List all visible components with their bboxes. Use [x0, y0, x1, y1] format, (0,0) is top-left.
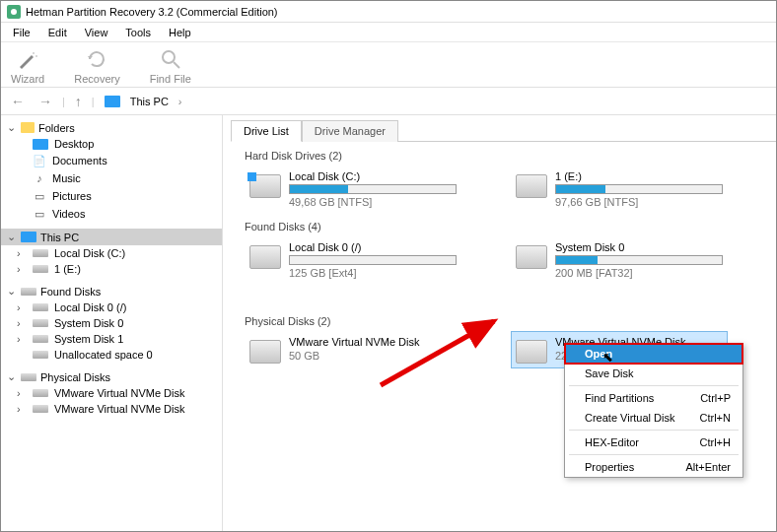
pc-icon [105, 96, 120, 107]
disk-icon [33, 319, 48, 327]
sidebar-item-found-0[interactable]: ›Local Disk 0 (/) [1, 299, 222, 315]
desktop-icon [33, 139, 48, 150]
disk-icon [21, 288, 36, 296]
wand-icon [17, 47, 38, 71]
cursor-icon: ⬉ [602, 350, 613, 365]
drive-icon [516, 174, 547, 198]
sidebar-item-found-2[interactable]: ›System Disk 1 [1, 331, 222, 347]
recovery-button[interactable]: Recovery [74, 47, 119, 85]
back-button[interactable]: ← [7, 94, 29, 109]
drive-e[interactable]: 1 (E:) 97,66 GB [NTFS] [511, 166, 728, 213]
breadcrumb-sep: › [178, 96, 182, 107]
recovery-label: Recovery [74, 73, 119, 85]
toolbar: Wizard Recovery Find File [1, 42, 776, 88]
svg-line-6 [381, 321, 494, 385]
usage-bar [555, 255, 723, 265]
usage-bar [555, 184, 723, 194]
videos-icon: ▭ [33, 207, 46, 221]
thispc-header[interactable]: ⌄This PC [1, 229, 222, 245]
disk-icon [33, 303, 48, 311]
disk-icon [33, 351, 48, 359]
disk-icon [33, 389, 48, 397]
ctx-find-partitions[interactable]: Find PartitionsCtrl+P [565, 388, 742, 408]
menu-edit[interactable]: Edit [40, 25, 75, 40]
usage-bar [289, 255, 457, 265]
drive-icon [249, 245, 281, 269]
titlebar: Hetman Partition Recovery 3.2 (Commercia… [1, 1, 776, 23]
ctx-open[interactable]: Open [565, 344, 742, 364]
svg-point-1 [11, 9, 17, 15]
ctx-properties[interactable]: PropertiesAlt+Enter [565, 457, 742, 477]
window-title: Hetman Partition Recovery 3.2 (Commercia… [26, 6, 278, 18]
up-button[interactable]: ↑ [71, 94, 86, 109]
svg-point-2 [33, 52, 35, 54]
ctx-save-disk[interactable]: Save Disk [565, 364, 742, 383]
disk-icon [33, 249, 48, 257]
menu-view[interactable]: View [77, 25, 116, 40]
sidebar-item-phys-1[interactable]: ›VMware Virtual NVMe Disk [1, 401, 222, 417]
app-icon [7, 5, 21, 19]
recovery-icon [86, 47, 107, 71]
disk-icon [33, 265, 48, 273]
music-icon: ♪ [33, 171, 46, 185]
annotation-arrow [376, 306, 514, 395]
sidebar-item-documents[interactable]: 📄Documents [1, 152, 222, 169]
section-hdd-title: Hard Disk Drives (2) [245, 150, 776, 162]
menu-file[interactable]: File [5, 25, 38, 40]
drive-icon [249, 340, 281, 364]
physicaldisks-header[interactable]: ⌄Physical Disks [1, 368, 222, 385]
folders-header[interactable]: ⌄Folders [1, 119, 222, 136]
sidebar-item-desktop[interactable]: Desktop [1, 136, 222, 152]
drive-icon [249, 174, 281, 198]
founddisks-header[interactable]: ⌄Found Disks [1, 283, 222, 299]
sidebar-item-found-1[interactable]: ›System Disk 0 [1, 315, 222, 331]
pc-icon [21, 232, 36, 242]
wizard-label: Wizard [11, 73, 44, 85]
sidebar-item-disk-e[interactable]: ›1 (E:) [1, 261, 222, 277]
ctx-hex-editor[interactable]: HEX-EditorCtrl+H [565, 432, 742, 452]
tab-drive-list[interactable]: Drive List [231, 120, 302, 142]
findfile-button[interactable]: Find File [150, 47, 191, 85]
svg-line-5 [174, 62, 179, 68]
drive-icon [516, 245, 547, 269]
context-menu: Open Save Disk Find PartitionsCtrl+P Cre… [564, 343, 743, 478]
wizard-button[interactable]: Wizard [11, 47, 44, 85]
section-found-title: Found Disks (4) [245, 221, 776, 233]
disk-icon [21, 373, 36, 381]
menubar: File Edit View Tools Help [1, 23, 776, 42]
pictures-icon: ▭ [33, 189, 46, 203]
documents-icon: 📄 [33, 154, 46, 167]
sidebar-item-pictures[interactable]: ▭Pictures [1, 187, 222, 205]
sidebar: ⌄Folders Desktop 📄Documents ♪Music ▭Pict… [1, 115, 223, 532]
drive-found-1[interactable]: System Disk 0 200 MB [FAT32] [511, 236, 728, 307]
menu-tools[interactable]: Tools [117, 25, 159, 40]
drive-local-c[interactable]: Local Disk (C:) 49,68 GB [NTFS] [245, 166, 461, 213]
findfile-label: Find File [150, 73, 191, 85]
sidebar-item-music[interactable]: ♪Music [1, 169, 222, 187]
disk-icon [33, 405, 48, 413]
navbar: ← → | ↑ | This PC › [1, 88, 776, 115]
drive-found-0[interactable]: Local Disk 0 (/) 125 GB [Ext4] [245, 236, 461, 307]
usage-bar [289, 184, 457, 194]
sidebar-item-localdisk-c[interactable]: ›Local Disk (C:) [1, 245, 222, 261]
folder-icon [21, 122, 35, 133]
tab-drive-manager[interactable]: Drive Manager [302, 120, 398, 142]
tabs: Drive List Drive Manager [231, 119, 776, 142]
sidebar-item-videos[interactable]: ▭Videos [1, 205, 222, 223]
ctx-create-virtual-disk[interactable]: Create Virtual DiskCtrl+N [565, 408, 742, 428]
menu-help[interactable]: Help [161, 25, 199, 40]
sidebar-item-phys-0[interactable]: ›VMware Virtual NVMe Disk [1, 385, 222, 401]
svg-point-4 [163, 51, 175, 63]
search-icon [160, 47, 181, 71]
breadcrumb-location[interactable]: This PC [130, 96, 169, 107]
disk-icon [33, 335, 48, 343]
svg-point-3 [35, 55, 37, 57]
drive-icon [516, 340, 547, 364]
forward-button[interactable]: → [35, 94, 56, 109]
sidebar-item-found-3[interactable]: Unallocated space 0 [1, 347, 222, 363]
